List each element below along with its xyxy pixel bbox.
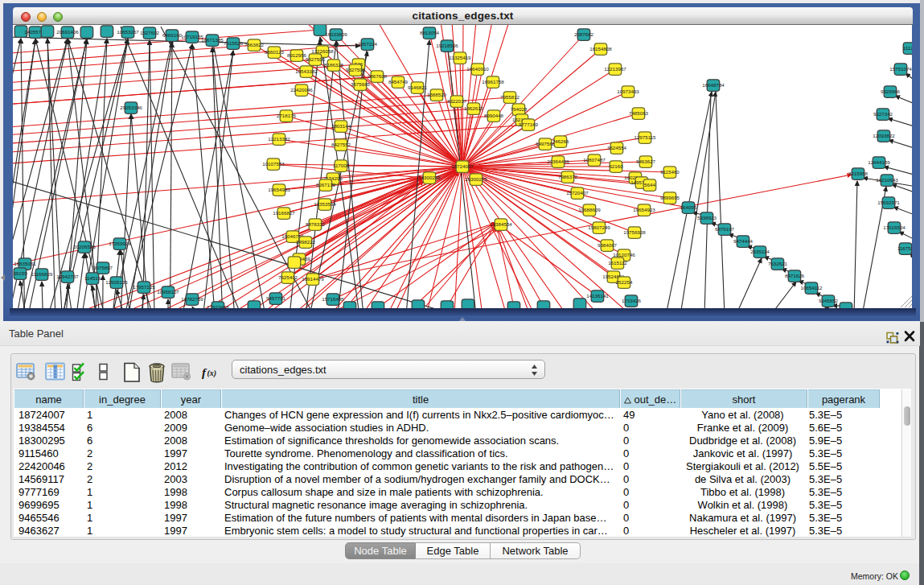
svg-text:10719155: 10719155: [181, 34, 203, 39]
svg-text:2867608: 2867608: [368, 73, 388, 79]
svg-text:117006: 117006: [333, 163, 350, 168]
svg-text:7632621: 7632621: [768, 261, 788, 266]
svg-text:15807249: 15807249: [588, 225, 610, 230]
svg-text:19166827: 19166827: [273, 210, 295, 216]
svg-text:10654112: 10654112: [800, 285, 823, 290]
svg-text:8660123: 8660123: [265, 49, 285, 55]
svg-text:8186328: 8186328: [324, 62, 344, 68]
svg-text:18724007: 18724007: [451, 163, 474, 169]
svg-text:9115460: 9115460: [660, 169, 680, 175]
svg-text:12213382: 12213382: [268, 136, 290, 142]
svg-text:2803144: 2803144: [331, 123, 351, 129]
svg-text:9146821: 9146821: [408, 84, 428, 90]
svg-text:252254: 252254: [616, 279, 633, 285]
svg-text:10973493: 10973493: [617, 89, 639, 94]
svg-text:9975867: 9975867: [93, 265, 113, 270]
svg-text:16782759: 16782759: [181, 296, 203, 302]
svg-text:7357224: 7357224: [358, 41, 378, 47]
svg-text:12213967: 12213967: [604, 66, 626, 72]
svg-text:10807487: 10807487: [583, 157, 606, 163]
svg-text:17016504: 17016504: [883, 225, 906, 230]
svg-text:2087682: 2087682: [574, 31, 594, 37]
svg-text:746266: 746266: [552, 138, 569, 144]
svg-text:1527602: 1527602: [140, 30, 160, 35]
svg-text:16033809: 16033809: [325, 31, 347, 37]
svg-text:5938923: 5938923: [697, 215, 717, 220]
svg-text:20364436: 20364436: [547, 159, 569, 164]
svg-text:3624554: 3624554: [607, 145, 627, 150]
svg-text:29053346: 29053346: [120, 105, 142, 110]
svg-text:8215958: 8215958: [848, 171, 869, 176]
svg-text:114519: 114519: [84, 275, 101, 281]
svg-text:1588520: 1588520: [427, 92, 447, 97]
svg-text:1615112: 1615112: [608, 260, 627, 266]
svg-text:10688609: 10688609: [578, 207, 601, 212]
svg-text:7663822: 7663822: [244, 42, 265, 47]
svg-text:16671385: 16671385: [201, 37, 224, 43]
svg-text:12093822: 12093822: [873, 133, 895, 138]
svg-text:17957225: 17957225: [133, 284, 155, 290]
svg-text:9245652: 9245652: [819, 298, 839, 303]
svg-text:16835061: 16835061: [14, 261, 36, 266]
svg-text:794028: 794028: [511, 106, 528, 112]
svg-text:19756928: 19756928: [623, 229, 646, 235]
svg-text:2718176: 2718176: [277, 113, 297, 118]
svg-text:164095: 164095: [680, 204, 697, 210]
svg-text:8990448: 8990448: [484, 113, 504, 118]
svg-text:9329966: 9329966: [881, 89, 901, 94]
svg-text:9384067: 9384067: [598, 242, 618, 248]
svg-text:15692971: 15692971: [877, 200, 900, 205]
svg-text:9474444: 9474444: [733, 238, 754, 244]
svg-text:1362615: 1362615: [464, 105, 484, 111]
svg-text:15751074: 15751074: [889, 66, 912, 72]
svg-text:19654983: 19654983: [268, 187, 290, 192]
svg-text:16914479: 16914479: [302, 276, 324, 282]
svg-text:16154808: 16154808: [589, 46, 612, 51]
svg-text:62160: 62160: [609, 163, 623, 169]
svg-text:19218506: 19218506: [436, 43, 458, 48]
svg-text:14136141: 14136141: [586, 293, 609, 299]
svg-text:16640910: 16640910: [466, 66, 489, 72]
svg-text:3675685: 3675685: [351, 81, 371, 87]
svg-text:18300295: 18300295: [418, 175, 441, 180]
svg-text:8322037: 8322037: [447, 98, 467, 104]
svg-text:9227342: 9227342: [873, 111, 893, 117]
svg-text:1733426: 1733426: [622, 298, 642, 303]
svg-text:6879197: 6879197: [715, 226, 735, 232]
svg-text:12444159: 12444159: [868, 159, 890, 165]
svg-text:12975115: 12975115: [634, 134, 656, 140]
svg-text:9457791: 9457791: [266, 295, 286, 301]
svg-text:20691406: 20691406: [56, 29, 79, 35]
svg-text:7515526: 7515526: [224, 40, 244, 46]
svg-text:12353594: 12353594: [314, 201, 336, 207]
svg-text:8471626: 8471626: [785, 273, 805, 278]
svg-text:7625402: 7625402: [278, 274, 298, 280]
svg-text:5644: 5644: [644, 182, 655, 187]
svg-text:8878332: 8878332: [306, 221, 326, 227]
svg-text:19384554: 19384554: [490, 221, 512, 227]
svg-text:10543382: 10543382: [295, 68, 318, 74]
svg-text:3498222: 3498222: [296, 239, 316, 245]
svg-text:7955812: 7955812: [500, 94, 520, 100]
svg-text:16648784: 16648784: [702, 82, 725, 88]
svg-text:12505135: 12505135: [105, 279, 128, 285]
svg-text:12942737: 12942737: [56, 274, 79, 279]
svg-text:10107553: 10107553: [262, 161, 285, 167]
svg-text:16961758: 16961758: [482, 79, 504, 84]
svg-text:19654923: 19654923: [633, 207, 655, 212]
svg-text:15716485: 15716485: [322, 296, 344, 302]
svg-text:8813054: 8813054: [420, 30, 440, 35]
svg-text:39159: 39159: [13, 270, 27, 276]
svg-text:12923468: 12923468: [207, 304, 229, 308]
svg-text:8427552: 8427552: [331, 142, 351, 147]
svg-text:25300275: 25300275: [465, 176, 487, 182]
svg-text:9327508: 9327508: [346, 67, 366, 72]
svg-text:6466160: 6466160: [162, 32, 183, 38]
svg-text:7485063: 7485063: [629, 110, 649, 116]
svg-text:8912956: 8912956: [287, 52, 307, 58]
svg-text:15720407: 15720407: [566, 190, 589, 196]
svg-text:9777169: 9777169: [519, 122, 539, 127]
svg-text:10653267: 10653267: [117, 29, 139, 35]
svg-text:9327503: 9327503: [306, 56, 326, 62]
svg-text:16210643: 16210643: [876, 177, 898, 183]
